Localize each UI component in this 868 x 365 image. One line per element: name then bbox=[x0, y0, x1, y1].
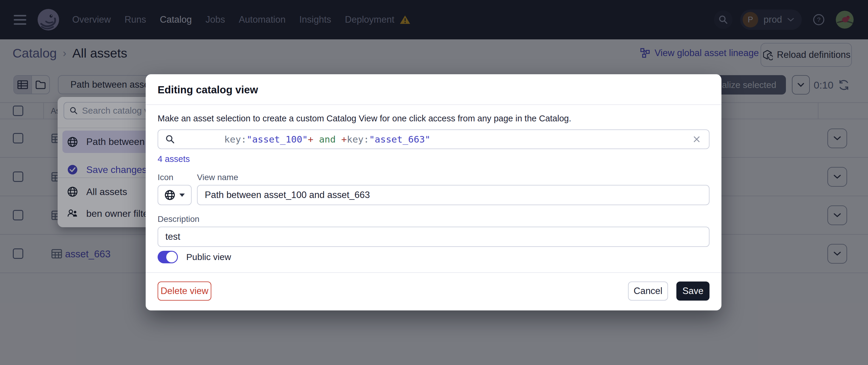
public-view-row: Public view bbox=[158, 251, 231, 263]
editing-catalog-view-dialog: Editing catalog view Make an asset selec… bbox=[146, 74, 721, 310]
public-view-label: Public view bbox=[186, 252, 231, 262]
dialog-footer-divider bbox=[146, 272, 721, 273]
icon-field-label: Icon bbox=[158, 173, 174, 182]
save-button[interactable]: Save bbox=[676, 281, 710, 301]
app-screen: Overview Runs Catalog Jobs Automation In… bbox=[0, 0, 868, 365]
description-input[interactable] bbox=[158, 227, 710, 247]
dialog-header-divider bbox=[146, 104, 721, 105]
view-name-field-label: View name bbox=[197, 173, 238, 182]
search-icon bbox=[165, 134, 175, 144]
chevron-down-icon bbox=[179, 194, 185, 197]
cancel-button[interactable]: Cancel bbox=[628, 281, 668, 301]
delete-view-button[interactable]: Delete view bbox=[158, 281, 211, 301]
description-field-label: Description bbox=[158, 214, 199, 224]
dialog-title: Editing catalog view bbox=[158, 84, 258, 96]
clear-query-icon[interactable] bbox=[691, 134, 702, 144]
asset-count-link[interactable]: 4 assets bbox=[158, 154, 190, 164]
toggle-knob bbox=[166, 252, 177, 262]
globe-icon bbox=[164, 190, 175, 200]
icon-select-dropdown[interactable] bbox=[158, 185, 192, 205]
dialog-description: Make an asset selection to create a cust… bbox=[158, 113, 710, 124]
view-name-input[interactable] bbox=[197, 185, 710, 205]
public-view-toggle[interactable] bbox=[158, 251, 178, 263]
asset-selection-input[interactable]: key:"asset_100"+ and +key:"asset_663" bbox=[158, 129, 710, 149]
asset-selection-query: key:"asset_100"+ and +key:"asset_663" bbox=[180, 123, 430, 155]
